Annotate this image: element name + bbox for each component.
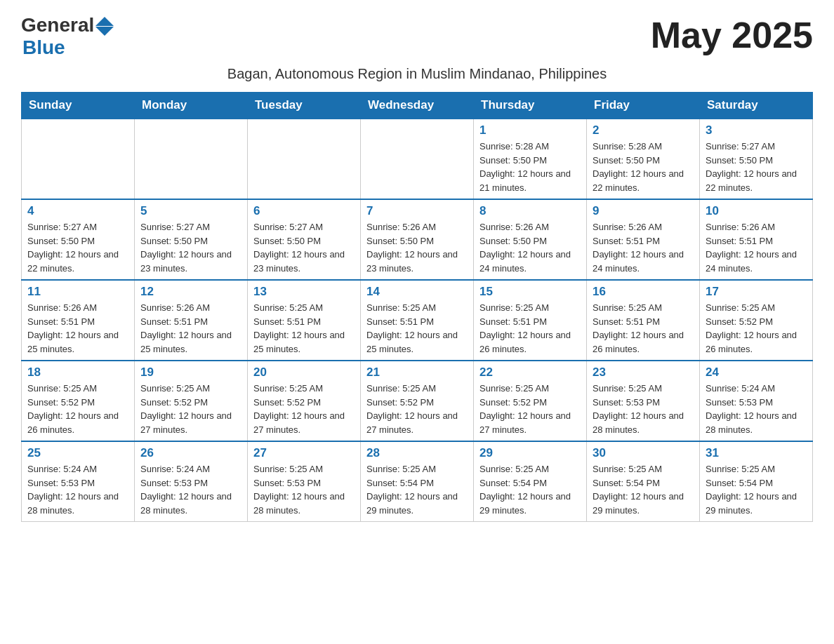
day-number: 12 (140, 285, 241, 299)
day-info: Sunrise: 5:26 AM Sunset: 5:51 PM Dayligh… (593, 220, 694, 275)
calendar-cell: 8Sunrise: 5:26 AM Sunset: 5:50 PM Daylig… (474, 199, 587, 280)
day-info: Sunrise: 5:25 AM Sunset: 5:54 PM Dayligh… (706, 462, 807, 517)
calendar-cell: 2Sunrise: 5:28 AM Sunset: 5:50 PM Daylig… (587, 119, 700, 199)
day-number: 29 (479, 446, 581, 460)
calendar-week-row: 11Sunrise: 5:26 AM Sunset: 5:51 PM Dayli… (22, 280, 813, 361)
calendar-cell: 29Sunrise: 5:25 AM Sunset: 5:54 PM Dayli… (474, 441, 587, 522)
day-number: 18 (27, 365, 128, 380)
calendar-week-row: 18Sunrise: 5:25 AM Sunset: 5:52 PM Dayli… (22, 361, 813, 441)
calendar-cell: 26Sunrise: 5:24 AM Sunset: 5:53 PM Dayli… (135, 441, 248, 522)
day-info: Sunrise: 5:25 AM Sunset: 5:52 PM Dayligh… (253, 382, 355, 436)
day-info: Sunrise: 5:25 AM Sunset: 5:51 PM Dayligh… (253, 301, 355, 356)
day-number: 6 (253, 204, 355, 218)
calendar-header-tuesday: Tuesday (248, 93, 361, 119)
calendar-cell: 9Sunrise: 5:26 AM Sunset: 5:51 PM Daylig… (587, 199, 700, 280)
month-title: May 2025 (651, 14, 813, 56)
day-info: Sunrise: 5:25 AM Sunset: 5:51 PM Dayligh… (593, 301, 694, 356)
logo: General Blue (21, 14, 114, 59)
calendar-cell: 14Sunrise: 5:25 AM Sunset: 5:51 PM Dayli… (361, 280, 474, 361)
day-info: Sunrise: 5:27 AM Sunset: 5:50 PM Dayligh… (140, 220, 241, 275)
day-number: 28 (366, 446, 468, 460)
calendar-cell: 6Sunrise: 5:27 AM Sunset: 5:50 PM Daylig… (248, 199, 361, 280)
day-number: 15 (479, 285, 581, 299)
day-number: 9 (593, 204, 694, 218)
day-number: 27 (253, 446, 355, 460)
day-info: Sunrise: 5:25 AM Sunset: 5:52 PM Dayligh… (366, 382, 468, 436)
page-subtitle: Bagan, Autonomous Region in Muslim Minda… (21, 66, 813, 82)
calendar-cell (22, 119, 135, 199)
day-info: Sunrise: 5:28 AM Sunset: 5:50 PM Dayligh… (593, 140, 694, 194)
calendar-week-row: 1Sunrise: 5:28 AM Sunset: 5:50 PM Daylig… (22, 119, 813, 199)
day-number: 22 (479, 365, 581, 380)
calendar-cell: 11Sunrise: 5:26 AM Sunset: 5:51 PM Dayli… (22, 280, 135, 361)
calendar-cell: 20Sunrise: 5:25 AM Sunset: 5:52 PM Dayli… (248, 361, 361, 441)
day-number: 31 (706, 446, 807, 460)
day-number: 14 (366, 285, 468, 299)
day-number: 2 (593, 123, 694, 137)
calendar-cell: 12Sunrise: 5:26 AM Sunset: 5:51 PM Dayli… (135, 280, 248, 361)
calendar-cell: 27Sunrise: 5:25 AM Sunset: 5:53 PM Dayli… (248, 441, 361, 522)
calendar-cell: 4Sunrise: 5:27 AM Sunset: 5:50 PM Daylig… (22, 199, 135, 280)
day-number: 20 (253, 365, 355, 380)
calendar-cell: 25Sunrise: 5:24 AM Sunset: 5:53 PM Dayli… (22, 441, 135, 522)
day-info: Sunrise: 5:25 AM Sunset: 5:54 PM Dayligh… (366, 462, 468, 517)
calendar-cell: 1Sunrise: 5:28 AM Sunset: 5:50 PM Daylig… (474, 119, 587, 199)
day-info: Sunrise: 5:25 AM Sunset: 5:51 PM Dayligh… (479, 301, 581, 356)
calendar-table: SundayMondayTuesdayWednesdayThursdayFrid… (21, 92, 813, 522)
day-info: Sunrise: 5:24 AM Sunset: 5:53 PM Dayligh… (140, 462, 241, 517)
day-info: Sunrise: 5:26 AM Sunset: 5:50 PM Dayligh… (366, 220, 468, 275)
day-info: Sunrise: 5:25 AM Sunset: 5:52 PM Dayligh… (27, 382, 128, 436)
day-number: 21 (366, 365, 468, 380)
calendar-cell: 13Sunrise: 5:25 AM Sunset: 5:51 PM Dayli… (248, 280, 361, 361)
day-number: 19 (140, 365, 241, 380)
calendar-cell: 24Sunrise: 5:24 AM Sunset: 5:53 PM Dayli… (700, 361, 813, 441)
calendar-header-thursday: Thursday (474, 93, 587, 119)
calendar-cell: 18Sunrise: 5:25 AM Sunset: 5:52 PM Dayli… (22, 361, 135, 441)
day-info: Sunrise: 5:25 AM Sunset: 5:52 PM Dayligh… (706, 301, 807, 356)
calendar-header-row: SundayMondayTuesdayWednesdayThursdayFrid… (22, 93, 813, 119)
calendar-cell (248, 119, 361, 199)
day-number: 13 (253, 285, 355, 299)
calendar-cell (135, 119, 248, 199)
calendar-cell: 23Sunrise: 5:25 AM Sunset: 5:53 PM Dayli… (587, 361, 700, 441)
day-number: 16 (593, 285, 694, 299)
day-number: 4 (27, 204, 128, 218)
calendar-cell: 3Sunrise: 5:27 AM Sunset: 5:50 PM Daylig… (700, 119, 813, 199)
calendar-cell: 17Sunrise: 5:25 AM Sunset: 5:52 PM Dayli… (700, 280, 813, 361)
calendar-cell: 21Sunrise: 5:25 AM Sunset: 5:52 PM Dayli… (361, 361, 474, 441)
calendar-cell: 22Sunrise: 5:25 AM Sunset: 5:52 PM Dayli… (474, 361, 587, 441)
calendar-cell: 19Sunrise: 5:25 AM Sunset: 5:52 PM Dayli… (135, 361, 248, 441)
day-info: Sunrise: 5:26 AM Sunset: 5:51 PM Dayligh… (706, 220, 807, 275)
day-info: Sunrise: 5:24 AM Sunset: 5:53 PM Dayligh… (27, 462, 128, 517)
calendar-header-friday: Friday (587, 93, 700, 119)
calendar-header-sunday: Sunday (22, 93, 135, 119)
calendar-header-monday: Monday (135, 93, 248, 119)
day-number: 26 (140, 446, 241, 460)
day-info: Sunrise: 5:26 AM Sunset: 5:50 PM Dayligh… (479, 220, 581, 275)
calendar-cell: 31Sunrise: 5:25 AM Sunset: 5:54 PM Dayli… (700, 441, 813, 522)
day-number: 5 (140, 204, 241, 218)
day-info: Sunrise: 5:24 AM Sunset: 5:53 PM Dayligh… (706, 382, 807, 436)
day-info: Sunrise: 5:25 AM Sunset: 5:53 PM Dayligh… (593, 382, 694, 436)
day-number: 24 (706, 365, 807, 380)
day-info: Sunrise: 5:25 AM Sunset: 5:51 PM Dayligh… (366, 301, 468, 356)
calendar-cell (361, 119, 474, 199)
day-info: Sunrise: 5:27 AM Sunset: 5:50 PM Dayligh… (253, 220, 355, 275)
calendar-week-row: 25Sunrise: 5:24 AM Sunset: 5:53 PM Dayli… (22, 441, 813, 522)
logo-general-text: General (21, 14, 94, 36)
day-info: Sunrise: 5:25 AM Sunset: 5:54 PM Dayligh… (479, 462, 581, 517)
day-info: Sunrise: 5:25 AM Sunset: 5:54 PM Dayligh… (593, 462, 694, 517)
day-info: Sunrise: 5:25 AM Sunset: 5:52 PM Dayligh… (479, 382, 581, 436)
calendar-cell: 7Sunrise: 5:26 AM Sunset: 5:50 PM Daylig… (361, 199, 474, 280)
day-number: 1 (479, 123, 581, 137)
day-info: Sunrise: 5:25 AM Sunset: 5:52 PM Dayligh… (140, 382, 241, 436)
day-info: Sunrise: 5:26 AM Sunset: 5:51 PM Dayligh… (27, 301, 128, 356)
calendar-cell: 30Sunrise: 5:25 AM Sunset: 5:54 PM Dayli… (587, 441, 700, 522)
day-number: 25 (27, 446, 128, 460)
day-number: 10 (706, 204, 807, 218)
day-info: Sunrise: 5:27 AM Sunset: 5:50 PM Dayligh… (706, 140, 807, 194)
calendar-cell: 28Sunrise: 5:25 AM Sunset: 5:54 PM Dayli… (361, 441, 474, 522)
page-header: General Blue May 2025 (21, 14, 813, 59)
day-info: Sunrise: 5:27 AM Sunset: 5:50 PM Dayligh… (27, 220, 128, 275)
calendar-cell: 10Sunrise: 5:26 AM Sunset: 5:51 PM Dayli… (700, 199, 813, 280)
